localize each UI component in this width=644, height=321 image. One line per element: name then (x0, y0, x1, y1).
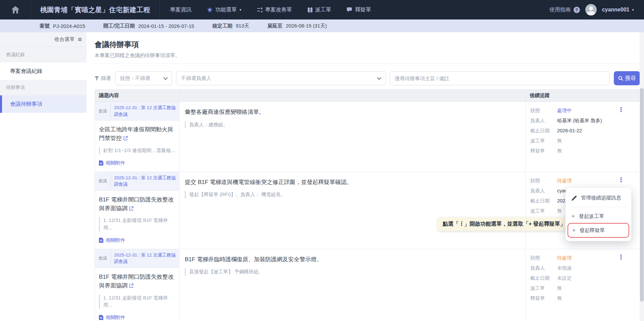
menu-divider (569, 207, 628, 207)
status-filter-select[interactable]: 狀態：不篩選 (115, 71, 172, 85)
meeting-link[interactable]: 2025-12-31 : 第 12 次週工務協調會議 (110, 104, 176, 118)
meeting-link[interactable]: 2025-12-31 : 第 12 次週工務協調會議 (110, 175, 176, 188)
assignee-value: 未指派 (557, 265, 572, 272)
document-icon (99, 238, 103, 243)
topic-note: 針對 1/1~1/3 連假期間，需嚴格... (99, 147, 175, 154)
home-button[interactable] (0, 0, 31, 19)
attachments-link[interactable]: 相關附件 (99, 314, 175, 321)
star-icon (207, 7, 213, 12)
todo-table: 議題內容 後續追蹤 會議 2025-12-31 : 第 12 次週工務協調會議 … (95, 89, 640, 321)
page-subtitle: 本專案已歸檔之會議的待辦事項清單。 (95, 52, 640, 64)
action-note: 直接發起【派工單】 予鋼構班組。 (185, 268, 520, 276)
chat-icon (347, 7, 353, 12)
due-value: 2026-01-22 (557, 127, 582, 134)
rfi-value: 無 (557, 147, 562, 154)
sidebar-section-todos: 待辦事項 (0, 80, 87, 95)
sidebar-item-meeting-todos[interactable]: 會議待辦事項 (0, 95, 87, 113)
external-link-icon[interactable] (129, 283, 133, 288)
extended-date: 展延至 2026-08-15 (31天) (267, 23, 327, 29)
external-link-icon[interactable] (129, 206, 133, 211)
meeting-band: 會議 2025-12-31 : 第 12 次週工務協調會議 (95, 249, 179, 268)
table-row: 會議 2025-12-31 : 第 12 次週工務協調會議 B1F 電梯井開口防… (95, 249, 640, 321)
scrollbar-thumb[interactable] (640, 88, 644, 302)
main-nav: 專案資訊 功能選單 ▾ 專案改善單 派工單 (170, 6, 371, 13)
avatar[interactable] (585, 4, 597, 15)
funnel-icon (95, 76, 99, 81)
chevron-down-icon: ▾ (632, 8, 634, 12)
sidebar-section-meetings: 會議紀錄 (0, 47, 87, 62)
meeting-tag: 會議 (98, 108, 107, 114)
document-icon (99, 160, 103, 166)
checklist-icon (257, 7, 263, 12)
nav-dispatch-form[interactable]: 派工單 (308, 6, 331, 13)
row-context-menu: 管理後續追蹤訊息 + 發起派工單 + 發起釋疑單 (566, 188, 631, 241)
pencil-icon (572, 195, 577, 201)
nav-function-menu[interactable]: 功能選單 ▾ (207, 6, 241, 13)
table-row: 會議 2025-12-31 : 第 12 次週工務協調會議 B1F 電梯井開口防… (95, 172, 640, 249)
meeting-band: 會議 2025-12-31 : 第 12 次週工務協調會議 (95, 172, 179, 191)
action-title: 彙整各廠商連假應變聯絡清單。 (185, 108, 520, 117)
menu-item-manage-followup[interactable]: 管理後續追蹤訊息 (568, 191, 629, 204)
filter-label: 篩選 (95, 75, 111, 82)
attachments-link[interactable]: 相關附件 (99, 237, 175, 243)
meeting-tag: 會議 (98, 178, 107, 184)
assignee-value: 哈基米 (哈基米 魯多) (557, 117, 602, 124)
hamburger-icon: ≡ (78, 36, 82, 43)
action-title: B1F 電梯井臨時護欄復原、加裝防護網及安全警示燈。 (185, 255, 520, 264)
topic-title: 全區工地跨年連假期間動火與門禁管控 (95, 121, 179, 143)
approved-duration: 核定工期 913天 (212, 23, 249, 29)
kebab-menu-icon[interactable]: ⋮ (618, 177, 624, 183)
chevron-down-icon (377, 76, 381, 80)
nav-project-info[interactable]: 專案資訊 (170, 6, 192, 13)
sidebar: 收合選單 ≡ 會議紀錄 專案會議紀錄 待辦事項 會議待辦事項 (0, 32, 87, 321)
search-button[interactable]: 搜尋 (614, 71, 640, 85)
topic-note: 1. 12/31 走勘發現 B1F 電梯井周... (99, 217, 175, 232)
dispatch-value: 無 (557, 137, 562, 144)
kebab-menu-icon[interactable]: ⋮ (618, 254, 624, 260)
nav-rfi-form[interactable]: 釋疑單 (347, 6, 371, 13)
table-header: 議題內容 後續追蹤 (95, 90, 640, 102)
filter-bar: 篩選 狀態：不篩選 不篩選負責人 搜尋 (95, 67, 640, 89)
column-header-topic: 議題內容 (95, 90, 179, 101)
external-link-icon[interactable] (123, 136, 128, 141)
attachments-link[interactable]: 相關附件 (99, 160, 175, 166)
action-note: 負責人：總務組。 (185, 121, 520, 129)
project-info-bar: 案號 PJ-2024-A015 開工/完工日期 2024-01-15 - 202… (0, 19, 644, 32)
dispatch-value: 無 (557, 285, 562, 292)
action-title: 提交 B1F 電梯道與機電管線衝突之修正詳圖，並發起釋疑單確認。 (185, 178, 520, 187)
menu-item-create-dispatch[interactable]: + 發起派工單 (568, 210, 629, 223)
guide-tooltip: 點選「⋮」開啟功能選單，並選取「+ 發起釋疑單」 (438, 218, 570, 231)
plus-icon: + (572, 227, 576, 234)
document-icon (99, 315, 103, 320)
status-value: 處理中 (557, 107, 572, 114)
action-note: 發起【釋疑單 (RFI)】。負責人： 機電組長。 (185, 191, 520, 198)
dispatch-value: 無 (557, 208, 562, 215)
project-number: 案號 PJ-2024-A015 (40, 23, 85, 29)
meeting-tag: 會議 (98, 255, 107, 261)
status-value: 待處理 (557, 177, 572, 184)
meeting-link[interactable]: 2025-12-31 : 第 12 次週工務協調會議 (110, 252, 176, 265)
user-guide-link[interactable]: 使用指南 ? (549, 6, 580, 13)
project-title: 桃園青埔「賓喵之星」住宅新建工程 (31, 0, 160, 19)
sidebar-item-meeting-records[interactable]: 專案會議紀錄 (0, 62, 87, 80)
search-icon (618, 76, 623, 81)
page-title: 會議待辦事項 (95, 40, 640, 50)
home-icon (11, 6, 19, 13)
topic-title: B1F 電梯井開口防護失效整改與界面協調 (95, 191, 179, 213)
nav-improvement-form[interactable]: 專案改善單 (257, 6, 292, 13)
status-value: 待處理 (557, 255, 572, 262)
chevron-down-icon (163, 76, 168, 80)
menu-item-create-rfi[interactable]: + 發起釋疑單 (568, 223, 629, 238)
rfi-value: 無 (557, 295, 562, 302)
assignee-filter-select[interactable]: 不篩選負責人 (176, 71, 386, 85)
help-icon: ? (574, 7, 580, 13)
collapse-menu-button[interactable]: 收合選單 ≡ (0, 32, 87, 47)
project-dates: 開工/完工日期 2024-01-15 - 2026-07-15 (103, 23, 194, 29)
table-row: 會議 2025-12-31 : 第 12 次週工務協調會議 全區工地跨年連假期間… (95, 102, 640, 172)
topic-note: 1. 12/31 走勘發現 B1F 電梯井周... (99, 294, 175, 309)
user-menu[interactable]: cyanne001 ▾ (602, 7, 634, 13)
chevron-down-icon: ▾ (239, 8, 241, 12)
search-input[interactable] (390, 71, 610, 85)
kebab-menu-icon[interactable]: ⋮ (618, 106, 624, 113)
meeting-band: 會議 2025-12-31 : 第 12 次週工務協調會議 (95, 102, 179, 121)
